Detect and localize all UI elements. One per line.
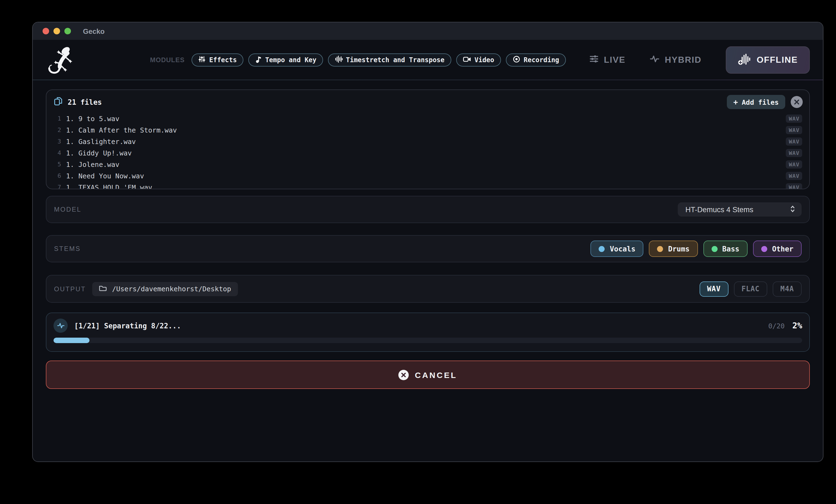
- format-badge: WAV: [786, 149, 802, 157]
- tab-hybrid[interactable]: HYBRID: [649, 54, 702, 66]
- format-badge: WAV: [786, 160, 802, 169]
- progress-status-text: [1/21] Separating 8/22...: [74, 322, 181, 330]
- chevron-up-down-icon: [789, 205, 796, 214]
- files-count: 21 files: [68, 98, 102, 106]
- progress-bar: [54, 337, 802, 343]
- minimize-window-button[interactable]: [54, 28, 60, 34]
- stem-toggle-other[interactable]: Other: [753, 240, 802, 257]
- files-panel: 21 files + Add files 1 1. 9 to 5.wav WAV: [46, 90, 810, 189]
- file-row[interactable]: 1 1. 9 to 5.wav WAV: [46, 113, 809, 124]
- main-content: 21 files + Add files 1 1. 9 to 5.wav WAV: [33, 80, 823, 389]
- module-chip-tempo-and-key[interactable]: Tempo and Key: [248, 54, 323, 66]
- stems-section: STEMS Vocals Drums Bass: [46, 235, 810, 263]
- format-badge: WAV: [786, 115, 802, 123]
- titlebar: Gecko: [33, 22, 823, 40]
- model-section: MODEL HT-Demucs 4 Stems: [46, 196, 810, 223]
- gecko-logo-icon: [46, 46, 76, 74]
- format-m4a-button[interactable]: M4A: [773, 281, 802, 296]
- file-row[interactable]: 5 1. Jolene.wav WAV: [46, 159, 809, 170]
- output-label: OUTPUT: [54, 285, 86, 293]
- file-row[interactable]: 4 1. Giddy Up!.wav WAV: [46, 147, 809, 159]
- tab-offline[interactable]: OFFLINE: [725, 46, 810, 74]
- output-section: OUTPUT /Users/davemenkehorst/Desktop WAV…: [46, 275, 810, 303]
- stem-toggle-bass[interactable]: Bass: [703, 240, 747, 257]
- stem-toggle-vocals[interactable]: Vocals: [591, 240, 644, 257]
- module-chip-effects[interactable]: Effects: [192, 54, 243, 66]
- pulse-icon: [649, 54, 660, 66]
- sliders-vertical-icon: [198, 55, 206, 65]
- mode-tabs: LIVE HYBRID: [589, 46, 810, 74]
- file-row[interactable]: 3 1. Gaslighter.wav WAV: [46, 136, 809, 147]
- progress-percent: 2%: [792, 321, 802, 331]
- plus-icon: +: [734, 98, 738, 106]
- waveform-plus-icon: [738, 52, 751, 68]
- music-note-icon: [255, 55, 262, 65]
- pulse-icon: [54, 318, 68, 333]
- progress-section: [1/21] Separating 8/22... 0/20 2%: [46, 313, 810, 352]
- add-files-button[interactable]: + Add files: [727, 95, 785, 109]
- format-badge: WAV: [786, 137, 802, 146]
- file-row[interactable]: 7 1. TEXAS HOLD 'EM.wav WAV: [46, 182, 809, 189]
- format-badge: WAV: [786, 126, 802, 134]
- files-icon: [54, 96, 63, 108]
- record-icon: [512, 55, 520, 65]
- stem-toggle-drums[interactable]: Drums: [649, 240, 698, 257]
- files-panel-header: 21 files + Add files: [46, 90, 809, 112]
- zoom-window-button[interactable]: [64, 28, 71, 34]
- format-badge: WAV: [786, 172, 802, 180]
- format-flac-button[interactable]: FLAC: [734, 281, 767, 296]
- modules-label: MODULES: [150, 56, 185, 64]
- vocals-dot-icon: [599, 246, 605, 252]
- folder-icon: [99, 284, 107, 293]
- sliders-horizontal-icon: [589, 54, 599, 66]
- file-row[interactable]: 6 1. Need You Now.wav WAV: [46, 170, 809, 182]
- drums-dot-icon: [657, 246, 663, 252]
- progress-count: 0/20: [768, 322, 785, 330]
- model-label: MODEL: [54, 206, 81, 213]
- waveform-icon: [335, 55, 343, 65]
- cancel-button[interactable]: CANCEL: [46, 361, 810, 389]
- stems-label: STEMS: [54, 245, 81, 253]
- tab-live[interactable]: LIVE: [589, 54, 625, 66]
- module-chip-video[interactable]: Video: [456, 54, 501, 66]
- close-files-icon[interactable]: [791, 96, 803, 108]
- format-wav-button[interactable]: WAV: [699, 281, 728, 296]
- modules-bar: MODULES Effects: [150, 54, 566, 66]
- module-chip-timestretch[interactable]: Timestretch and Transpose: [328, 54, 451, 66]
- app-window: Gecko: [32, 22, 823, 462]
- file-list: 1 1. 9 to 5.wav WAV 2 1. Calm After the …: [46, 112, 809, 189]
- module-chip-recording[interactable]: Recording: [506, 54, 566, 66]
- bass-dot-icon: [711, 246, 717, 252]
- other-dot-icon: [761, 246, 767, 252]
- app-header: MODULES Effects: [33, 40, 823, 80]
- output-path-picker[interactable]: /Users/davemenkehorst/Desktop: [93, 282, 238, 296]
- video-camera-icon: [462, 55, 471, 65]
- close-window-button[interactable]: [42, 28, 49, 34]
- format-badge: WAV: [786, 183, 802, 189]
- model-select[interactable]: HT-Demucs 4 Stems: [678, 202, 802, 216]
- file-row[interactable]: 2 1. Calm After the Storm.wav WAV: [46, 124, 809, 136]
- cancel-x-icon: [399, 370, 409, 380]
- format-buttons: WAV FLAC M4A: [699, 281, 802, 296]
- window-title: Gecko: [83, 27, 105, 35]
- progress-status-row: [1/21] Separating 8/22... 0/20 2%: [54, 318, 802, 333]
- stem-chips: Vocals Drums Bass Other: [591, 240, 802, 257]
- screen: Gecko: [0, 0, 836, 504]
- progress-fill: [54, 337, 90, 343]
